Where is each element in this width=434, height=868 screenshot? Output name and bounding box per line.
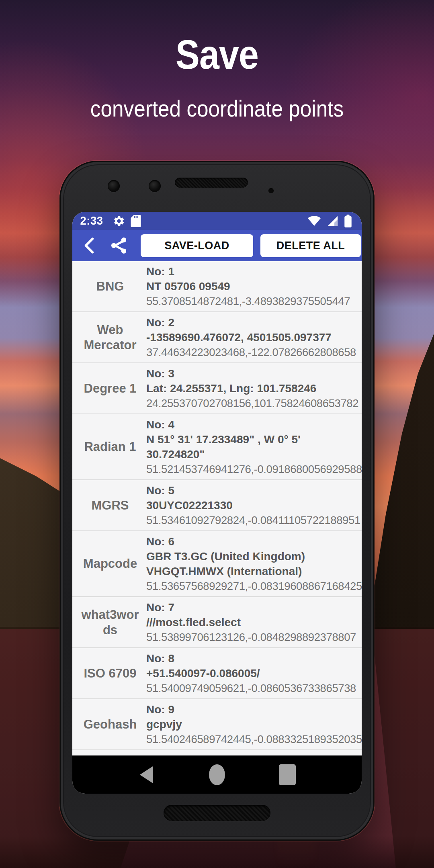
list-item[interactable]: ISO 6709No: 8+51.540097-0.086005/51.5400… — [72, 648, 362, 699]
format-label: Mapcode — [72, 556, 145, 571]
status-time: 2:33 — [80, 214, 103, 227]
sdcard-icon — [131, 215, 141, 227]
list-item[interactable]: MapcodeNo: 6GBR T3.GC (United Kingdom)VH… — [72, 531, 362, 597]
signal-icon — [327, 215, 339, 227]
save-load-button[interactable]: SAVE-LOAD — [141, 234, 253, 257]
row-coordinates: 51.540246589742445,-0.08833251893520355 — [146, 732, 357, 747]
back-button[interactable] — [77, 233, 101, 258]
row-content: No: 2-13589690.476072, 4501505.09737737.… — [145, 315, 362, 360]
home-circle-icon[interactable] — [203, 761, 231, 789]
list-item[interactable]: Web MercatorNo: 2-13589690.476072, 45015… — [72, 312, 362, 363]
row-value: 30UYC02221330 — [146, 498, 357, 513]
format-label: Radian 1 — [72, 439, 145, 454]
row-number: No: 5 — [146, 483, 357, 498]
row-number: No: 2 — [146, 315, 357, 330]
row-value: GBR T3.GC (United Kingdom) — [146, 549, 357, 564]
row-content: No: 1NT 05706 0954955.3708514872481,-3.4… — [145, 264, 362, 309]
share-button[interactable] — [107, 233, 131, 258]
row-value: N 51° 31' 17.233489" , W 0° 5' 30.724820… — [146, 432, 357, 462]
row-coordinates: 51.53657568929271,-0.08319608867168425 — [146, 579, 357, 594]
row-value: Lat: 24.255371, Lng: 101.758246 — [146, 381, 357, 396]
row-value: gcpvjy — [146, 717, 357, 732]
phone-mockup: 2:33 — [59, 161, 375, 841]
app-toolbar: SAVE-LOAD DELETE ALL — [72, 230, 362, 261]
format-label: BNG — [72, 279, 145, 294]
row-coordinates: 51.521453746941276,-0.09186800569295883 — [146, 462, 357, 477]
android-nav-bar — [72, 755, 362, 794]
list-item[interactable]: BNGNo: 1NT 05706 0954955.3708514872481,-… — [72, 261, 362, 312]
row-content: No: 8+51.540097-0.086005/51.540097490596… — [145, 651, 362, 696]
row-content: No: 7///most.fled.select51.5389970612312… — [145, 600, 362, 645]
format-label: Web Mercator — [72, 322, 145, 353]
row-content: No: 4N 51° 31' 17.233489" , W 0° 5' 30.7… — [145, 417, 362, 477]
list-item[interactable]: Degree 1No: 3Lat: 24.255371, Lng: 101.75… — [72, 363, 362, 414]
list-item[interactable]: MGRSNo: 530UYC0222133051.53461092792824,… — [72, 480, 362, 531]
row-coordinates: 51.53461092792824,-0.08411105722188951 — [146, 513, 357, 528]
coordinate-list: BNGNo: 1NT 05706 0954955.3708514872481,-… — [72, 261, 362, 755]
row-value: NT 05706 09549 — [146, 279, 357, 294]
row-number: No: 9 — [146, 702, 357, 717]
list-item[interactable]: what3wordsNo: 7///most.fled.select51.538… — [72, 597, 362, 648]
row-coordinates: 37.44634223023468,-122.07826662808658 — [146, 345, 357, 360]
row-content: No: 6GBR T3.GC (United Kingdom)VHGQT.HMW… — [145, 534, 362, 594]
row-value: ///most.fled.select — [146, 615, 357, 630]
battery-icon — [344, 215, 352, 227]
row-value: VHGQT.HMWX (International) — [146, 564, 357, 579]
status-bar: 2:33 — [72, 212, 362, 230]
row-coordinates: 55.3708514872481,-3.4893829375505447 — [146, 294, 357, 309]
row-value: -13589690.476072, 4501505.097377 — [146, 330, 357, 345]
gear-icon — [113, 215, 125, 227]
wifi-icon — [307, 215, 321, 227]
front-camera-icon — [108, 180, 120, 192]
row-number: No: 3 — [146, 366, 357, 381]
format-label: ISO 6709 — [72, 666, 145, 681]
format-label: Geohash — [72, 717, 145, 732]
hero-subtitle: converted coordinate points — [22, 95, 412, 122]
list-item[interactable]: World MercatorNo: 10-9684.549090, 668412… — [72, 750, 362, 755]
row-coordinates: 24.255370702708156,101.75824608653782 — [146, 396, 357, 411]
proximity-sensor-icon — [268, 188, 274, 193]
row-value: +51.540097-0.086005/ — [146, 666, 357, 681]
phone-screen: 2:33 — [72, 212, 362, 794]
hero-caption: Save converted coordinate points — [0, 0, 434, 122]
list-item[interactable]: Radian 1No: 4N 51° 31' 17.233489" , W 0°… — [72, 414, 362, 480]
recents-square-icon[interactable] — [273, 761, 301, 789]
row-coordinates: 51.54009749059621,-0.0860536733865738 — [146, 681, 357, 696]
row-number: No: 1 — [146, 264, 357, 279]
front-camera2-icon — [149, 180, 161, 192]
row-number: No: 8 — [146, 651, 357, 666]
delete-all-button[interactable]: DELETE ALL — [260, 234, 361, 257]
hero-title: Save — [26, 31, 408, 78]
row-coordinates: 51.53899706123126,-0.0848298892378807 — [146, 630, 357, 645]
row-content: No: 9gcpvjy51.540246589742445,-0.0883325… — [145, 702, 362, 747]
back-triangle-icon[interactable] — [133, 761, 161, 789]
format-label: what3words — [72, 607, 145, 638]
row-content: No: 530UYC0222133051.53461092792824,-0.0… — [145, 483, 362, 528]
format-label: Degree 1 — [72, 381, 145, 396]
row-number: No: 6 — [146, 534, 357, 549]
row-number: No: 7 — [146, 600, 357, 615]
format-label: MGRS — [72, 498, 145, 513]
bottom-speaker — [164, 805, 270, 821]
list-item[interactable]: GeohashNo: 9gcpvjy51.540246589742445,-0.… — [72, 699, 362, 750]
row-number: No: 4 — [146, 417, 357, 432]
earpiece-speaker — [175, 178, 248, 188]
row-content: No: 3Lat: 24.255371, Lng: 101.75824624.2… — [145, 366, 362, 411]
